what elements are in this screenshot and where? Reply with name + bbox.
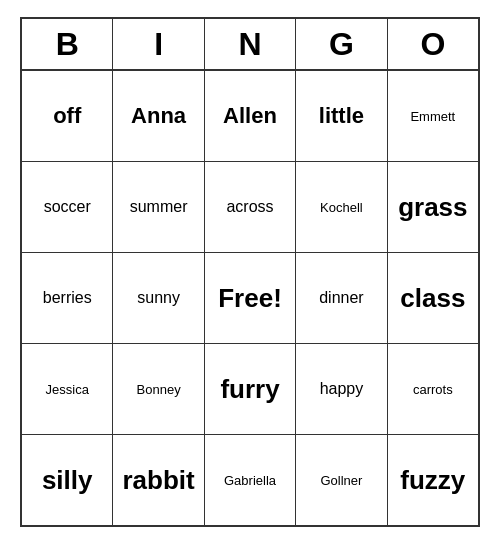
bingo-cell-3-0: Jessica [22, 344, 113, 434]
bingo-card: BINGO offAnnaAllenlittleEmmettsoccersumm… [20, 17, 480, 527]
cell-text-2-0: berries [43, 288, 92, 307]
bingo-cell-2-3: dinner [296, 253, 387, 343]
bingo-cell-4-0: silly [22, 435, 113, 525]
bingo-cell-0-3: little [296, 71, 387, 161]
cell-text-1-3: Kochell [320, 200, 363, 215]
cell-text-3-4: carrots [413, 382, 453, 397]
bingo-cell-2-2: Free! [205, 253, 296, 343]
cell-text-1-0: soccer [44, 197, 91, 216]
header-letter-O: O [388, 19, 478, 69]
bingo-cell-0-0: off [22, 71, 113, 161]
cell-text-0-1: Anna [131, 103, 186, 129]
cell-text-4-4: fuzzy [400, 465, 465, 496]
cell-text-4-1: rabbit [122, 465, 194, 496]
cell-text-4-2: Gabriella [224, 473, 276, 488]
cell-text-1-4: grass [398, 192, 467, 223]
bingo-cell-0-4: Emmett [388, 71, 478, 161]
cell-text-4-0: silly [42, 465, 93, 496]
bingo-cell-1-1: summer [113, 162, 204, 252]
bingo-row-3: JessicaBonneyfurryhappycarrots [22, 344, 478, 435]
header-letter-I: I [113, 19, 204, 69]
cell-text-4-3: Gollner [320, 473, 362, 488]
bingo-body: offAnnaAllenlittleEmmettsoccersummeracro… [22, 71, 478, 525]
bingo-cell-4-2: Gabriella [205, 435, 296, 525]
bingo-row-4: sillyrabbitGabriellaGollnerfuzzy [22, 435, 478, 525]
bingo-cell-1-2: across [205, 162, 296, 252]
bingo-cell-3-3: happy [296, 344, 387, 434]
cell-text-2-3: dinner [319, 288, 363, 307]
cell-text-0-3: little [319, 103, 364, 129]
cell-text-0-0: off [53, 103, 81, 129]
bingo-cell-0-2: Allen [205, 71, 296, 161]
cell-text-3-0: Jessica [46, 382, 89, 397]
cell-text-1-2: across [226, 197, 273, 216]
bingo-cell-2-1: sunny [113, 253, 204, 343]
cell-text-0-4: Emmett [410, 109, 455, 124]
cell-text-2-1: sunny [137, 288, 180, 307]
bingo-cell-0-1: Anna [113, 71, 204, 161]
bingo-cell-3-1: Bonney [113, 344, 204, 434]
cell-text-2-2: Free! [218, 283, 282, 314]
cell-text-3-3: happy [320, 379, 364, 398]
bingo-cell-3-2: furry [205, 344, 296, 434]
bingo-cell-4-3: Gollner [296, 435, 387, 525]
header-letter-B: B [22, 19, 113, 69]
cell-text-3-1: Bonney [137, 382, 181, 397]
bingo-cell-4-4: fuzzy [388, 435, 478, 525]
bingo-row-1: soccersummeracrossKochellgrass [22, 162, 478, 253]
cell-text-3-2: furry [220, 374, 279, 405]
bingo-row-2: berriessunnyFree!dinnerclass [22, 253, 478, 344]
bingo-row-0: offAnnaAllenlittleEmmett [22, 71, 478, 162]
bingo-cell-4-1: rabbit [113, 435, 204, 525]
bingo-cell-2-4: class [388, 253, 478, 343]
bingo-cell-3-4: carrots [388, 344, 478, 434]
bingo-cell-2-0: berries [22, 253, 113, 343]
bingo-cell-1-4: grass [388, 162, 478, 252]
header-letter-G: G [296, 19, 387, 69]
bingo-cell-1-3: Kochell [296, 162, 387, 252]
header-letter-N: N [205, 19, 296, 69]
bingo-cell-1-0: soccer [22, 162, 113, 252]
cell-text-1-1: summer [130, 197, 188, 216]
bingo-header: BINGO [22, 19, 478, 71]
cell-text-2-4: class [400, 283, 465, 314]
cell-text-0-2: Allen [223, 103, 277, 129]
